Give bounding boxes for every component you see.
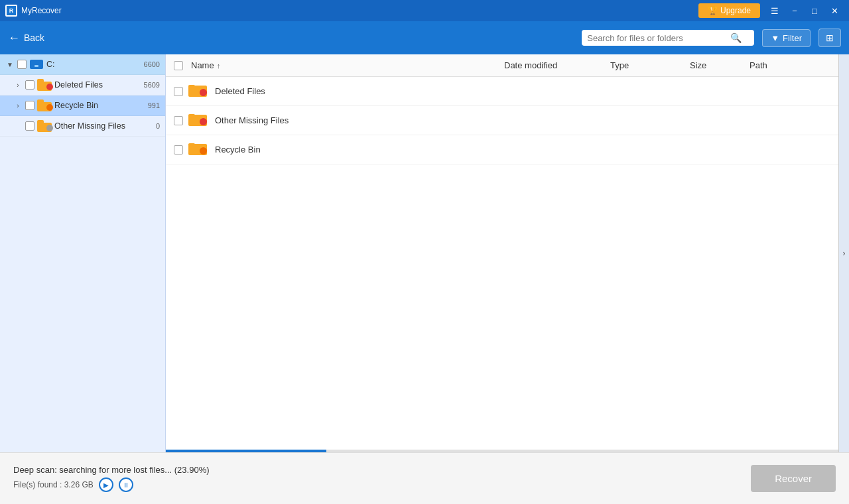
pause-button[interactable]: ⏸ <box>119 477 133 492</box>
scan-status-text: Deep scan: searching for more lost files… <box>13 465 743 475</box>
drive-icon <box>29 58 44 70</box>
play-button[interactable]: ▶ <box>99 477 113 492</box>
window-controls: ☰ − □ ✕ <box>765 3 844 18</box>
minimize-button[interactable]: − <box>785 3 804 18</box>
file-rows: Deleted Files <box>166 77 838 452</box>
sidebar-count-recycle: 991 <box>148 101 160 109</box>
table-row[interactable]: Recycle Bin <box>166 135 838 164</box>
filter-button[interactable]: ▼ Filter <box>762 29 811 47</box>
folder-icon-other <box>37 120 52 132</box>
search-input[interactable] <box>587 33 726 43</box>
titlebar-left: R MyRecover <box>5 5 62 17</box>
trophy-icon: 🏆 <box>708 6 718 15</box>
col-header-name[interactable]: Name ↑ <box>188 60 504 70</box>
column-headers: Name ↑ Date modified Type Size Path <box>166 54 838 77</box>
folder-icon-recycle <box>37 99 52 111</box>
status-line2: File(s) found : 3.26 GB ▶ ⏸ <box>13 477 743 492</box>
sidebar-count-c-drive: 6600 <box>144 60 160 68</box>
menu-button[interactable]: ☰ <box>765 3 784 18</box>
toolbar: ← Back 🔍 ▼ Filter ⊞ <box>0 21 849 54</box>
row-checkbox-other[interactable] <box>168 116 188 125</box>
maximize-button[interactable]: □ <box>805 3 824 18</box>
table-row[interactable]: Other Missing Files <box>166 106 838 135</box>
row-checkbox-deleted[interactable] <box>168 87 188 96</box>
files-found-text: File(s) found : 3.26 GB <box>13 480 94 489</box>
sidebar-checkbox-recycle[interactable] <box>25 101 34 110</box>
app-title: MyRecover <box>21 6 62 15</box>
upgrade-button[interactable]: 🏆 Upgrade <box>698 3 760 18</box>
sidebar-label-deleted: Deleted Files <box>54 80 141 90</box>
status-text-area: Deep scan: searching for more lost files… <box>13 465 743 492</box>
back-arrow-icon: ← <box>8 31 20 45</box>
close-button[interactable]: ✕ <box>825 3 844 18</box>
sidebar-item-c-drive[interactable]: ▼ C: 6600 <box>0 54 165 75</box>
sort-icon: ↑ <box>217 62 221 70</box>
col-header-path[interactable]: Path <box>750 60 836 70</box>
titlebar: R MyRecover 🏆 Upgrade ☰ − □ ✕ <box>0 0 849 21</box>
sidebar-item-recycle-bin[interactable]: › Recycle Bin 991 <box>0 95 165 116</box>
progress-bar-outer <box>166 450 838 452</box>
row-name-recycle: Recycle Bin <box>215 145 504 155</box>
sidebar-count-other: 0 <box>156 122 160 130</box>
sidebar-checkbox-c[interactable] <box>17 60 27 69</box>
progress-bar-inner <box>166 450 326 452</box>
sidebar-label-recycle: Recycle Bin <box>54 101 145 110</box>
app-logo: R <box>5 5 17 17</box>
row-folder-icon-recycle <box>188 141 210 159</box>
content-area: Name ↑ Date modified Type Size Path <box>166 54 838 452</box>
sidebar-label-c-drive: C: <box>46 60 141 69</box>
row-folder-icon-deleted <box>188 82 210 101</box>
sidebar-checkbox-deleted[interactable] <box>25 80 34 90</box>
sidebar-checkbox-other[interactable] <box>25 121 34 131</box>
row-name-other: Other Missing Files <box>215 115 504 125</box>
expand-icon-deleted[interactable]: › <box>13 80 23 90</box>
col-header-modified[interactable]: Date modified <box>504 60 610 70</box>
main-layout: ▼ C: 6600 › Deleted Files 5 <box>0 54 849 452</box>
sidebar-item-other-missing[interactable]: › Other Missing Files 0 <box>0 116 165 137</box>
row-name-deleted: Deleted Files <box>215 86 504 96</box>
expand-icon-recycle[interactable]: › <box>13 101 23 110</box>
expand-icon[interactable]: ▼ <box>5 60 15 69</box>
col-header-type[interactable]: Type <box>610 60 690 70</box>
search-box[interactable]: 🔍 <box>582 30 754 46</box>
table-row[interactable]: Deleted Files <box>166 77 838 106</box>
filter-icon: ▼ <box>771 33 779 43</box>
header-checkbox[interactable] <box>168 61 188 70</box>
back-button[interactable]: ← Back <box>8 31 44 45</box>
sidebar-count-deleted: 5609 <box>144 81 160 89</box>
sidebar: ▼ C: 6600 › Deleted Files 5 <box>0 54 166 452</box>
folder-icon-deleted <box>37 79 52 91</box>
row-checkbox-recycle[interactable] <box>168 145 188 155</box>
grid-view-button[interactable]: ⊞ <box>818 29 841 47</box>
status-bar: Deep scan: searching for more lost files… <box>0 452 849 504</box>
collapse-panel-button[interactable]: › <box>838 54 849 452</box>
search-icon: 🔍 <box>730 32 742 43</box>
recover-button[interactable]: Recover <box>751 465 836 492</box>
col-header-size[interactable]: Size <box>690 60 750 70</box>
sidebar-label-other: Other Missing Files <box>54 121 153 131</box>
row-folder-icon-other <box>188 111 210 130</box>
sidebar-item-deleted-files[interactable]: › Deleted Files 5609 <box>0 75 165 95</box>
